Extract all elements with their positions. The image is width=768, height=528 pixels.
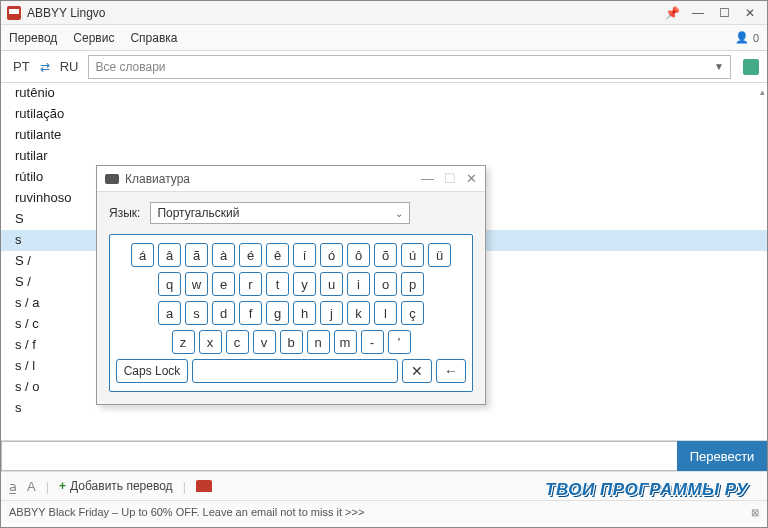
keyboard-titlebar: Клавиатура — ☐ ✕ [97,166,485,192]
delete-key[interactable]: ✕ [402,359,432,383]
maximize-button[interactable]: ☐ [713,4,735,22]
key-s[interactable]: s [185,301,208,325]
chevron-down-icon: ▼ [714,61,724,72]
key-ü[interactable]: ü [428,243,451,267]
key-n[interactable]: n [307,330,330,354]
key-c[interactable]: c [226,330,249,354]
pin-button[interactable]: 📌 [661,4,683,22]
key-y[interactable]: y [293,272,316,296]
app-title: ABBYY Lingvo [27,6,106,20]
dictionary-placeholder: Все словари [95,60,165,74]
key-á[interactable]: á [131,243,154,267]
app-icon [7,6,21,20]
keyboard-lang-select[interactable]: Португальский ⌄ [150,202,410,224]
backspace-key[interactable]: ← [436,359,466,383]
key-i[interactable]: i [347,272,370,296]
key-m[interactable]: m [334,330,357,354]
scroll-up-icon[interactable]: ▴ [760,87,765,97]
swap-languages-icon[interactable]: ⇄ [40,60,50,74]
list-item[interactable]: rutilante [1,125,767,146]
keyboard-close-button[interactable]: ✕ [466,171,477,186]
plus-icon: + [59,479,66,493]
key-w[interactable]: w [185,272,208,296]
key-ô[interactable]: ô [347,243,370,267]
key-j[interactable]: j [320,301,343,325]
key-r[interactable]: r [239,272,262,296]
key-ã[interactable]: ã [185,243,208,267]
key-k[interactable]: k [347,301,370,325]
key--[interactable]: - [361,330,384,354]
minimize-button[interactable]: — [687,4,709,22]
user-icon[interactable]: 👤 [735,31,749,44]
titlebar: ABBYY Lingvo 📌 — ☐ ✕ [1,1,767,25]
key-b[interactable]: b [280,330,303,354]
menu-translate[interactable]: Перевод [9,31,57,45]
input-bar: Перевести [1,441,767,471]
key-v[interactable]: v [253,330,276,354]
dictionary-icon[interactable] [743,59,759,75]
menubar: Перевод Сервис Справка 👤 0 [1,25,767,51]
space-key[interactable] [192,359,398,383]
keyboard-icon [105,174,119,184]
key-p[interactable]: p [401,272,424,296]
key-l[interactable]: l [374,301,397,325]
menu-help[interactable]: Справка [130,31,177,45]
close-button[interactable]: ✕ [739,4,761,22]
keyboard-minimize-button[interactable]: — [421,171,434,186]
keyboard-lang-label: Язык: [109,206,140,220]
key-â[interactable]: â [158,243,181,267]
key-à[interactable]: à [212,243,235,267]
key-a[interactable]: a [158,301,181,325]
key-'[interactable]: ' [388,330,411,354]
key-ê[interactable]: ê [266,243,289,267]
keyboard-dialog: Клавиатура — ☐ ✕ Язык: Португальский ⌄ á… [96,165,486,405]
key-o[interactable]: o [374,272,397,296]
key-t[interactable]: t [266,272,289,296]
add-translation-label: Добавить перевод [70,479,173,493]
statusbar-text[interactable]: ABBYY Black Friday – Up to 60% OFF. Leav… [9,506,364,518]
keyboard-lang-value: Португальский [157,206,239,220]
key-u[interactable]: u [320,272,343,296]
keyboard-grid: áâãàéêíóôõúü qwertyuiop asdfghjklç zxcvb… [109,234,473,392]
key-x[interactable]: x [199,330,222,354]
statusbar: ABBYY Black Friday – Up to 60% OFF. Leav… [1,501,767,523]
key-d[interactable]: d [212,301,235,325]
watermark-text: ТВОИ ПРОГРАММЫ РУ [545,480,748,500]
list-item[interactable]: rutilação [1,104,767,125]
key-z[interactable]: z [172,330,195,354]
key-g[interactable]: g [266,301,289,325]
chevron-down-icon: ⌄ [395,208,403,219]
key-ç[interactable]: ç [401,301,424,325]
statusbar-close-icon[interactable]: ⊠ [751,507,759,518]
key-f[interactable]: f [239,301,262,325]
keyboard-maximize-button: ☐ [444,171,456,186]
key-q[interactable]: q [158,272,181,296]
menu-service[interactable]: Сервис [73,31,114,45]
key-é[interactable]: é [239,243,262,267]
user-count: 0 [753,32,759,44]
dictionary-select[interactable]: Все словари ▼ [88,55,731,79]
lang-from[interactable]: PT [9,59,34,74]
tutor-icon[interactable] [196,480,212,492]
key-ó[interactable]: ó [320,243,343,267]
key-ú[interactable]: ú [401,243,424,267]
capslock-key[interactable]: Caps Lock [116,359,188,383]
key-h[interactable]: h [293,301,316,325]
key-e[interactable]: e [212,272,235,296]
search-input[interactable] [1,441,677,471]
list-item[interactable]: rutênio [1,83,767,104]
key-í[interactable]: í [293,243,316,267]
add-translation-button[interactable]: + Добавить перевод [59,479,173,493]
font-icon[interactable]: A [27,479,36,494]
key-õ[interactable]: õ [374,243,397,267]
lang-to[interactable]: RU [56,59,83,74]
list-item[interactable]: rutilar [1,146,767,167]
language-icon[interactable]: a̲ [9,479,17,494]
translate-button[interactable]: Перевести [677,441,767,471]
keyboard-title: Клавиатура [125,172,190,186]
language-bar: PT ⇄ RU Все словари ▼ [1,51,767,83]
